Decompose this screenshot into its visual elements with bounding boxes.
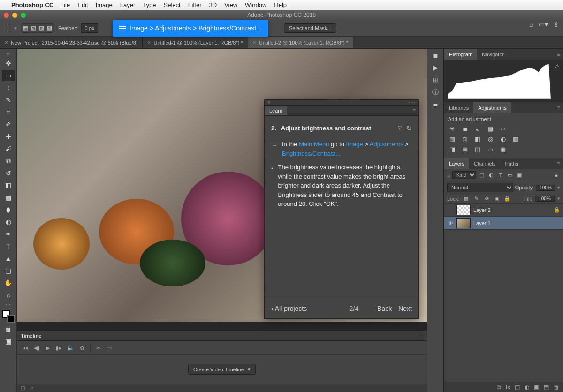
lock-transparency-icon[interactable]: ▩ <box>462 196 470 202</box>
lasso-tool-icon[interactable]: ⌇ <box>2 82 15 93</box>
properties-icon[interactable]: ⊞ <box>433 76 438 83</box>
link-layers-icon[interactable]: ⧉ <box>497 384 501 391</box>
selection-new-icon[interactable]: ▦ <box>23 25 28 31</box>
reset-icon[interactable]: ↻ <box>406 123 412 133</box>
layer-thumbnail[interactable] <box>456 205 471 215</box>
zoom-tool-icon[interactable]: ⌕ <box>2 289 15 301</box>
lock-artboard-icon[interactable]: ▣ <box>493 196 501 202</box>
help-icon[interactable]: ? <box>398 123 402 133</box>
window-zoom-icon[interactable] <box>21 13 26 18</box>
filter-shape-icon[interactable]: ▭ <box>506 172 514 178</box>
exposure-adjust-icon[interactable]: ▤ <box>486 125 495 132</box>
layer-mask-icon[interactable]: ◫ <box>515 384 520 391</box>
panel-menu-icon[interactable]: ≡ <box>554 102 563 113</box>
layer-lock-icon[interactable]: 🔒 <box>554 207 560 213</box>
selective-color-icon[interactable]: ▦ <box>499 145 507 153</box>
app-name[interactable]: Photoshop CC <box>11 1 53 8</box>
filter-smart-icon[interactable]: ▣ <box>516 172 523 178</box>
panel-menu-icon[interactable]: ≡ <box>410 106 418 115</box>
learn-link-image[interactable]: Image <box>346 141 363 148</box>
menu-view[interactable]: View <box>224 1 237 8</box>
menu-type[interactable]: Type <box>143 1 156 8</box>
selection-intersect-icon[interactable]: ▩ <box>47 25 52 31</box>
levels-adjust-icon[interactable]: ≣ <box>461 125 469 132</box>
marquee-tool-icon[interactable]: ▭ <box>2 70 15 81</box>
window-minimize-icon[interactable] <box>12 13 17 18</box>
transition-icon[interactable]: ▭ <box>107 345 112 351</box>
menu-help[interactable]: Help <box>274 1 287 8</box>
fill-input[interactable] <box>535 196 555 202</box>
quick-select-tool-icon[interactable]: ✎ <box>2 94 15 106</box>
document-tab[interactable]: ×New Project_2015-10-04 23-33-42.psd @ 5… <box>0 37 143 48</box>
split-icon[interactable]: ✂ <box>96 345 101 351</box>
menu-edit[interactable]: Edit <box>77 1 88 8</box>
select-and-mask-button[interactable]: Select and Mask... <box>284 23 337 33</box>
bw-adjust-icon[interactable]: ◧ <box>473 135 482 143</box>
filter-type-icon[interactable]: T <box>497 173 504 178</box>
layer-row[interactable]: Layer 2 🔒 <box>444 204 563 217</box>
tab-histogram[interactable]: Histogram <box>444 49 477 60</box>
layer-name[interactable]: Layer 2 <box>473 207 551 213</box>
threshold-adjust-icon[interactable]: ◫ <box>473 145 482 153</box>
panel-menu-icon[interactable]: ≡ <box>554 158 563 169</box>
brightness-adjust-icon[interactable]: ☀ <box>448 125 456 132</box>
histogram-warning-icon[interactable]: ⚠ <box>555 63 560 70</box>
quick-mask-icon[interactable]: ◙ <box>2 324 15 335</box>
learn-link-main-menu[interactable]: Main Menu <box>299 141 329 148</box>
photo-filter-icon[interactable]: ◎ <box>486 135 495 143</box>
new-layer-icon[interactable]: ▤ <box>544 384 549 391</box>
panel-menu-icon[interactable]: ≡ <box>554 49 563 60</box>
learn-next-button[interactable]: Next <box>398 305 412 312</box>
play-icon[interactable]: ▶ <box>46 345 50 351</box>
new-group-icon[interactable]: ▣ <box>534 384 539 391</box>
menu-image[interactable]: Image <box>96 1 113 8</box>
layer-row[interactable]: 👁 Layer 1 <box>444 217 563 230</box>
tab-libraries[interactable]: Libraries <box>444 102 473 113</box>
lock-paint-icon[interactable]: ✎ <box>472 196 480 202</box>
blend-mode-select[interactable]: Normal <box>447 183 513 192</box>
filter-toggle-icon[interactable]: ● <box>553 173 560 178</box>
lock-all-icon[interactable]: 🔒 <box>503 196 511 202</box>
dodge-tool-icon[interactable]: ◐ <box>2 216 15 227</box>
learn-back-button[interactable]: Back <box>377 305 392 312</box>
toolbar-grip-icon[interactable]: •• <box>7 52 10 56</box>
audio-icon[interactable]: 🔈 <box>67 345 74 351</box>
path-select-tool-icon[interactable]: ▲ <box>2 253 15 264</box>
tab-adjustments[interactable]: Adjustments <box>473 102 511 113</box>
background-swatch[interactable] <box>7 315 15 323</box>
layer-name[interactable]: Layer 1 <box>473 220 560 226</box>
learn-link-ok[interactable]: "OK" <box>324 200 337 207</box>
history-brush-tool-icon[interactable]: ↺ <box>2 167 15 179</box>
feather-input[interactable] <box>81 23 98 33</box>
healing-brush-tool-icon[interactable]: ✚ <box>2 131 15 142</box>
new-adjustment-icon[interactable]: ◐ <box>525 384 529 391</box>
lock-position-icon[interactable]: ✥ <box>483 196 490 202</box>
filter-adjust-icon[interactable]: ◐ <box>487 172 495 178</box>
hue-adjust-icon[interactable]: ▦ <box>448 135 456 143</box>
filter-pixel-icon[interactable]: ▢ <box>478 172 486 178</box>
balance-adjust-icon[interactable]: ⚖ <box>461 135 469 143</box>
all-projects-link[interactable]: ‹ All projects <box>271 305 307 312</box>
tab-close-icon[interactable]: × <box>253 39 256 46</box>
blur-tool-icon[interactable]: ⬮ <box>2 204 15 215</box>
layer-filter-kind[interactable]: Kind <box>452 171 476 179</box>
document-tab[interactable]: ×Untitled-2 @ 100% (Layer 1, RGB/8*) * <box>248 37 353 48</box>
crop-tool-icon[interactable]: ⌗ <box>2 106 15 118</box>
tab-paths[interactable]: Paths <box>501 158 523 169</box>
color-lookup-icon[interactable]: ▥ <box>511 135 520 143</box>
tab-layers[interactable]: Layers <box>444 158 469 169</box>
menu-layer[interactable]: Layer <box>120 1 136 8</box>
settings-icon[interactable]: ✿ <box>80 345 84 351</box>
layer-style-icon[interactable]: fx <box>506 384 510 391</box>
tab-channels[interactable]: Channels <box>469 158 500 169</box>
panel-close-icon[interactable]: × <box>267 100 270 105</box>
share-icon[interactable]: ⇪ <box>554 21 559 28</box>
menu-filter[interactable]: Filter <box>188 1 202 8</box>
eraser-tool-icon[interactable]: ◧ <box>2 180 15 191</box>
vibrance-adjust-icon[interactable]: ▱ <box>499 125 507 132</box>
layer-thumbnail[interactable] <box>456 218 471 228</box>
timeline-title[interactable]: Timeline <box>21 333 41 339</box>
menu-file[interactable]: File <box>60 1 70 8</box>
brush-tool-icon[interactable]: 🖌 <box>2 143 15 154</box>
layer-visibility-icon[interactable]: 👁 <box>447 220 454 226</box>
